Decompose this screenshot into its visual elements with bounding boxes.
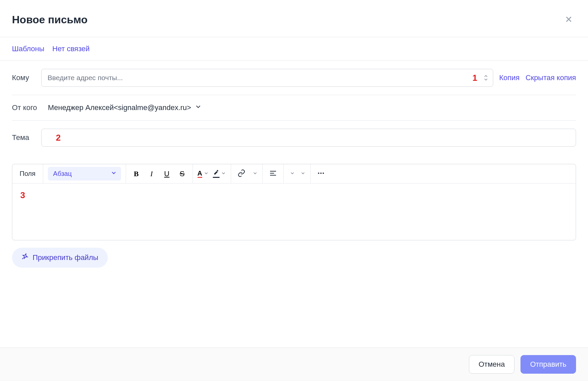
- align-left-icon: [269, 169, 277, 178]
- cc-bcc-links: Копия Скрытая копия: [499, 73, 576, 82]
- compose-footer: Отмена Отправить: [0, 347, 588, 381]
- toolbar-group-textstyle: B I U S: [126, 164, 193, 183]
- toolbar-group-format: Абзац: [43, 164, 126, 183]
- from-label: От кого: [12, 103, 42, 112]
- bullet-list-button[interactable]: [286, 166, 297, 182]
- editor-body[interactable]: 3: [12, 184, 576, 240]
- chevron-down-icon: [300, 171, 306, 177]
- italic-icon: I: [150, 170, 153, 178]
- attach-icon: [21, 253, 29, 262]
- numbered-list-button[interactable]: 123: [297, 166, 308, 182]
- attach-files-button[interactable]: Прикрепить файлы: [12, 248, 108, 268]
- highlight-icon: [213, 170, 220, 178]
- to-row: Кому 1 Копия Скрытая копия: [12, 61, 576, 95]
- compose-form: Кому 1 Копия Скрытая копия От кого Менед…: [0, 61, 588, 155]
- cc-link[interactable]: Копия: [499, 73, 519, 82]
- svg-point-9: [323, 173, 324, 174]
- chevron-down-icon: [290, 171, 295, 177]
- close-icon: [564, 15, 573, 25]
- toolbar-group-insert: [231, 164, 263, 183]
- editor-toolbar: Поля Абзац B I U S A: [12, 164, 576, 184]
- link-icon: [237, 169, 245, 178]
- from-value: Менеджер Алексей<signalme@yandex.ru>: [48, 103, 191, 112]
- toolbar-group-lists: 123: [284, 164, 311, 183]
- from-selector[interactable]: Менеджер Алексей<signalme@yandex.ru>: [48, 103, 202, 112]
- no-links-link[interactable]: Нет связей: [52, 45, 89, 53]
- align-button[interactable]: [265, 166, 281, 182]
- cancel-button[interactable]: Отмена: [469, 355, 514, 374]
- annotation-marker-3: 3: [20, 190, 25, 200]
- compose-subheader: Шаблоны Нет связей: [0, 37, 588, 61]
- chevron-down-icon: [110, 170, 117, 178]
- text-color-button[interactable]: A: [196, 166, 211, 182]
- bcc-link[interactable]: Скрытая копия: [525, 73, 576, 82]
- send-button[interactable]: Отправить: [520, 355, 576, 374]
- chevron-down-icon: [195, 103, 202, 112]
- toolbar-group-more: [311, 164, 331, 183]
- svg-point-7: [318, 173, 319, 174]
- text-color-icon: A: [198, 170, 202, 178]
- table-button[interactable]: [249, 166, 260, 182]
- strikethrough-icon: S: [180, 170, 185, 178]
- chevron-down-icon: [221, 171, 226, 177]
- italic-button[interactable]: I: [144, 166, 159, 182]
- toolbar-group-fields: Поля: [12, 164, 43, 183]
- templates-link[interactable]: Шаблоны: [12, 45, 44, 53]
- underline-button[interactable]: U: [159, 166, 175, 182]
- editor: Поля Абзац B I U S A: [12, 164, 576, 240]
- compose-header: Новое письмо: [0, 0, 588, 37]
- fields-button[interactable]: Поля: [15, 164, 40, 183]
- attach-row: Прикрепить файлы: [0, 240, 588, 278]
- toolbar-group-align: [263, 164, 284, 183]
- link-button[interactable]: [234, 166, 249, 182]
- underline-icon: U: [164, 170, 170, 178]
- chevron-down-icon: [252, 171, 258, 177]
- subject-label: Тема: [12, 133, 35, 142]
- subject-input-wrap: 2: [41, 129, 576, 147]
- compose-title: Новое письмо: [12, 14, 87, 26]
- toolbar-group-color: A: [193, 164, 231, 183]
- svg-point-8: [320, 173, 322, 174]
- to-label: Кому: [12, 73, 35, 82]
- subject-input[interactable]: [41, 129, 576, 147]
- from-row: От кого Менеджер Алексей<signalme@yandex…: [12, 95, 576, 121]
- up-down-icon[interactable]: [483, 74, 489, 81]
- attach-label: Прикрепить файлы: [33, 253, 98, 262]
- more-horizontal-icon: [317, 169, 325, 178]
- to-input-wrap: 1: [41, 69, 493, 87]
- format-select-label: Абзац: [53, 170, 72, 178]
- format-select[interactable]: Абзац: [48, 167, 121, 181]
- close-button[interactable]: [561, 12, 576, 28]
- bold-button[interactable]: B: [129, 166, 144, 182]
- strike-button[interactable]: S: [175, 166, 190, 182]
- to-input[interactable]: [41, 69, 493, 87]
- subject-row: Тема 2: [12, 121, 576, 155]
- more-button[interactable]: [313, 166, 329, 182]
- chevron-down-icon: [204, 171, 209, 177]
- bold-icon: B: [134, 170, 139, 178]
- highlight-button[interactable]: [211, 166, 228, 182]
